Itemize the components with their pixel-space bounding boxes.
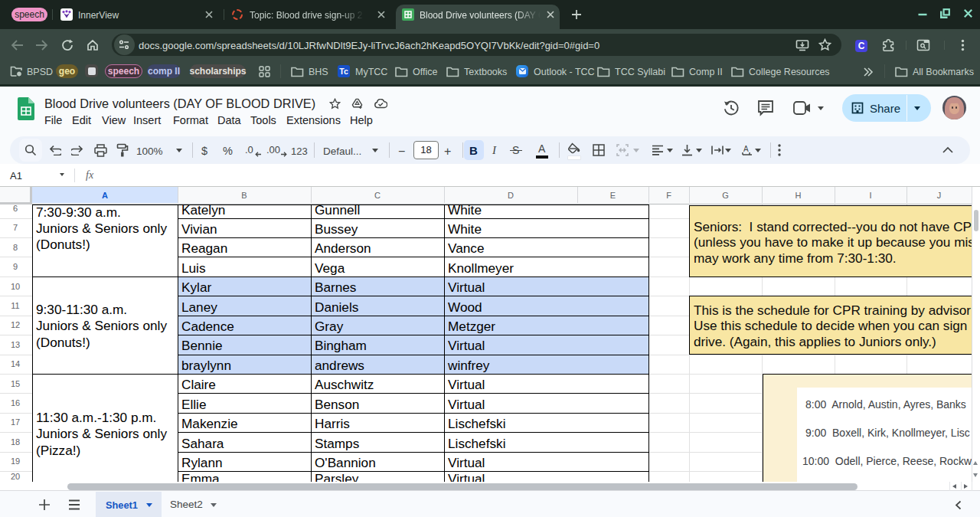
svg-text:A: A	[743, 145, 749, 153]
